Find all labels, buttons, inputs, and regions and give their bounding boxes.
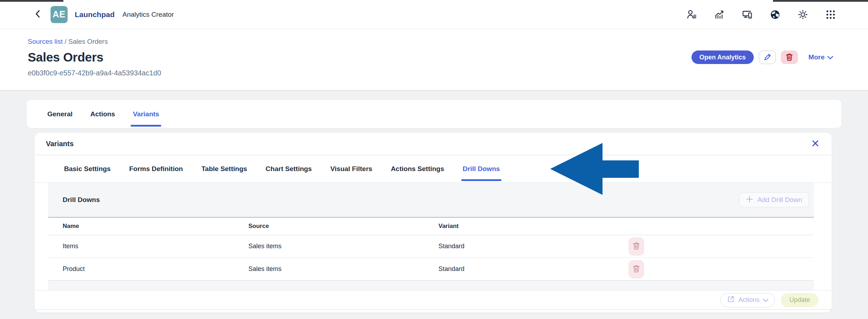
close-panel-button[interactable]	[810, 138, 820, 149]
tab-drill-downs[interactable]: Drill Downs	[463, 155, 500, 182]
tab-table-settings[interactable]: Table Settings	[201, 155, 247, 182]
delete-row-button[interactable]	[628, 237, 644, 256]
tab-basic-settings[interactable]: Basic Settings	[64, 155, 111, 182]
trend-chart-icon[interactable]	[714, 9, 726, 21]
tab-chart-settings[interactable]: Chart Settings	[265, 155, 312, 182]
page-header: Sources list / Sales Orders Sales Orders…	[0, 29, 868, 90]
panel-footer: Actions Update	[35, 290, 832, 310]
app-logo: AE	[51, 6, 68, 23]
delete-row-button[interactable]	[628, 260, 644, 278]
cell-variant: Standard	[438, 265, 628, 273]
tab-actions[interactable]: Actions	[90, 100, 115, 128]
delete-trash-icon	[632, 241, 641, 251]
variants-panel: Variants Basic Settings Forms Definition…	[35, 133, 832, 313]
app-title[interactable]: Launchpad	[75, 10, 115, 19]
cell-name: Product	[63, 265, 248, 273]
app-logo-text: AE	[53, 9, 66, 20]
tab-visual-filters[interactable]: Visual Filters	[330, 155, 372, 182]
delete-source-button[interactable]	[781, 50, 798, 64]
edit-button[interactable]	[759, 50, 776, 64]
tab-forms-definition[interactable]: Forms Definition	[129, 155, 183, 182]
close-x-icon	[812, 140, 819, 148]
open-analytics-button[interactable]: Open Analytics	[691, 50, 753, 64]
table-row[interactable]: Product Sales items Standard	[48, 258, 814, 281]
cell-source: Sales items	[248, 265, 438, 273]
share-icon	[727, 295, 735, 305]
chevron-down-icon	[827, 53, 833, 61]
source-guid: e0b3f0c9-e557-42b9-a9a4-4a53934ac1d0	[28, 69, 835, 77]
breadcrumb-current: Sales Orders	[68, 38, 108, 45]
cell-source: Sales items	[248, 243, 438, 250]
more-button[interactable]: More	[806, 53, 835, 62]
app-screen: AE Launchpad Analytics Creator	[0, 0, 868, 319]
variants-panel-header: Variants	[35, 133, 832, 155]
edit-pencil-icon	[763, 52, 772, 63]
variant-tabstrip: Basic Settings Forms Definition Table Se…	[35, 155, 832, 183]
table-header-row: Name Source Variant	[48, 217, 814, 235]
user-settings-icon[interactable]	[686, 9, 698, 21]
shell-bar: AE Launchpad Analytics Creator	[0, 0, 868, 29]
cell-variant: Standard	[438, 243, 628, 250]
back-button[interactable]	[33, 8, 43, 21]
cell-name: Items	[63, 243, 248, 250]
drill-downs-table: Name Source Variant Items Sales items St…	[48, 217, 814, 281]
actions-label: Actions	[738, 296, 759, 304]
tab-variants[interactable]: Variants	[133, 100, 159, 128]
tab-general[interactable]: General	[47, 100, 73, 128]
app-subtitle: Analytics Creator	[122, 11, 174, 18]
header-actions: Open Analytics	[691, 50, 835, 64]
column-header-name: Name	[63, 223, 248, 230]
window-edge-artifact-left	[0, 0, 63, 2]
main-tabstrip: General Actions Variants	[27, 100, 841, 128]
back-chevron-icon	[34, 9, 42, 20]
devices-icon[interactable]	[741, 9, 753, 21]
delete-trash-icon	[785, 53, 794, 62]
sun-icon[interactable]	[797, 9, 809, 21]
shell-bar-left: AE Launchpad Analytics Creator	[33, 6, 174, 23]
add-drill-down-label: Add Drill Down	[757, 196, 802, 204]
add-drill-down-button[interactable]: Add Drill Down	[739, 192, 809, 207]
breadcrumb-link-sources-list[interactable]: Sources list	[28, 38, 63, 45]
globe-icon[interactable]	[769, 9, 781, 21]
drill-downs-title: Drill Downs	[63, 196, 100, 204]
drill-downs-section: Drill Downs Add Drill Down Name Source V…	[48, 183, 814, 290]
variants-panel-title: Variants	[46, 140, 74, 148]
shell-bar-icons	[686, 9, 837, 21]
breadcrumb-separator: /	[63, 38, 68, 45]
column-header-source: Source	[248, 223, 438, 230]
table-row[interactable]: Items Sales items Standard	[48, 235, 814, 258]
actions-button[interactable]: Actions	[720, 293, 775, 307]
tab-actions-settings[interactable]: Actions Settings	[391, 155, 444, 182]
more-label: More	[809, 53, 825, 61]
grid-menu-icon[interactable]	[825, 9, 837, 21]
page-title: Sales Orders	[28, 50, 103, 64]
column-header-variant: Variant	[438, 223, 628, 230]
plus-icon	[746, 196, 753, 204]
chevron-down-icon	[763, 296, 768, 304]
window-edge-artifact-right	[773, 0, 868, 2]
delete-trash-icon	[632, 264, 641, 274]
update-button[interactable]: Update	[781, 293, 819, 307]
breadcrumb: Sources list / Sales Orders	[28, 38, 835, 46]
